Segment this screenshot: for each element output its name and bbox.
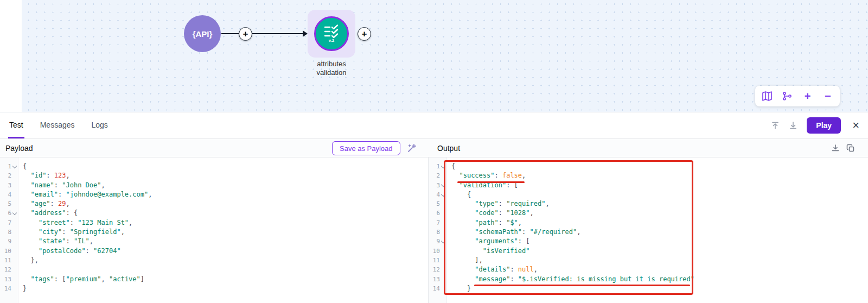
- line-number: 6: [2, 209, 17, 218]
- panel-header: Payload Save as Payload Output: [0, 139, 868, 157]
- node-version-badge: v.2: [329, 38, 335, 43]
- line-number: 13: [431, 275, 445, 284]
- line-number: 2: [2, 171, 17, 180]
- line-number: 9: [2, 237, 17, 246]
- line-number: 1: [2, 162, 17, 171]
- line-number: 9: [431, 237, 445, 246]
- scroll-to-bottom-icon[interactable]: [789, 121, 797, 130]
- line-number: 8: [431, 228, 445, 237]
- fold-arrow-icon[interactable]: [441, 183, 445, 188]
- test-editors: 1234567891011121314 { "id": 123, "name":…: [0, 157, 868, 303]
- code-line: "postalCode": "62704": [23, 247, 428, 256]
- code-line: {: [451, 162, 868, 171]
- line-number: 12: [2, 265, 17, 274]
- code-line: {: [451, 190, 868, 199]
- code-line: "arguments": [: [451, 237, 868, 246]
- payload-editor[interactable]: 1234567891011121314 { "id": 123, "name":…: [0, 157, 429, 303]
- line-number: 14: [2, 284, 17, 293]
- line-number: 3: [2, 181, 17, 190]
- code-line: "validation": [: [451, 181, 868, 190]
- line-number: 4: [431, 190, 445, 199]
- line-number: 7: [2, 218, 17, 228]
- copy-icon[interactable]: [846, 144, 855, 154]
- validation-node[interactable]: v.2: [308, 10, 355, 58]
- tab-logs[interactable]: Logs: [91, 112, 109, 138]
- code-line: "street": "123 Main St",: [23, 218, 428, 228]
- line-number-gutter: 1234567891011121314: [0, 157, 18, 303]
- magic-wand-icon[interactable]: [407, 143, 417, 155]
- code-line: "tags": ["premium", "active"]: [23, 275, 428, 284]
- code-line: "path": "$",: [451, 218, 868, 228]
- line-number: 12: [431, 265, 445, 274]
- line-number: 4: [2, 190, 17, 199]
- validation-node-circle: v.2: [314, 16, 349, 51]
- api-node[interactable]: {API}: [184, 15, 221, 52]
- canvas-left-margin: [0, 0, 22, 112]
- code-line: "state": "IL",: [23, 237, 428, 246]
- payload-title: Payload: [5, 144, 33, 153]
- fold-arrow-icon[interactable]: [441, 239, 445, 244]
- code-line: "id": 123,: [23, 171, 428, 180]
- connector-arrow: [220, 28, 309, 39]
- code-line: "type": "required",: [451, 199, 868, 209]
- line-number: 6: [431, 209, 445, 218]
- code-line: "success": false,: [451, 171, 868, 180]
- code-line: "schemaPath": "#/required",: [451, 228, 868, 237]
- code-line: "email": "johndoe@example.com",: [23, 190, 428, 199]
- checklist-icon: [324, 24, 339, 39]
- line-number: 8: [2, 228, 17, 237]
- code-line: "city": "Springfield",: [23, 228, 428, 237]
- play-button[interactable]: Play: [807, 117, 841, 134]
- line-number: 13: [2, 275, 17, 284]
- save-as-payload-button[interactable]: Save as Payload: [332, 141, 400, 155]
- line-number: 1: [431, 162, 445, 171]
- fold-arrow-icon[interactable]: [12, 164, 17, 169]
- output-editor[interactable]: 1234567891011121314 { "success": false, …: [429, 157, 868, 303]
- code-line: "details": null,: [451, 265, 868, 274]
- code-line: },: [23, 256, 428, 265]
- fold-arrow-icon[interactable]: [441, 164, 445, 169]
- payload-code[interactable]: { "id": 123, "name": "John Doe", "email"…: [18, 157, 428, 303]
- line-number: 11: [431, 256, 445, 265]
- code-line: {: [23, 162, 428, 171]
- test-panel-tabs: Test Messages Logs Play ×: [0, 112, 868, 139]
- map-icon[interactable]: [759, 88, 775, 104]
- flow-canvas[interactable]: {API} + v.2 + attributes validation: [0, 0, 868, 112]
- output-code[interactable]: { "success": false, "validation": [ { "t…: [447, 157, 868, 303]
- tabs-actions: Play ×: [771, 112, 859, 138]
- canvas-toolbar: + −: [755, 86, 840, 106]
- line-number: 11: [2, 256, 17, 265]
- code-line: "age": 29,: [23, 199, 428, 209]
- tab-messages[interactable]: Messages: [39, 112, 76, 138]
- code-line: "isVerified": [451, 247, 868, 256]
- line-number: 10: [2, 247, 17, 256]
- zoom-in-icon[interactable]: +: [800, 88, 816, 104]
- add-node-button[interactable]: +: [358, 27, 371, 41]
- line-number: 7: [431, 218, 445, 228]
- code-line: }: [451, 284, 868, 293]
- line-number-gutter: 1234567891011121314: [429, 157, 447, 303]
- line-number: 5: [431, 199, 445, 209]
- code-line: [23, 265, 428, 274]
- validation-node-label: attributes validation: [302, 60, 361, 78]
- code-line: "name": "John Doe",: [23, 181, 428, 190]
- zoom-out-icon[interactable]: −: [820, 88, 836, 104]
- api-node-label: {API}: [193, 29, 213, 39]
- fold-arrow-icon[interactable]: [12, 211, 17, 216]
- code-line: "address": {: [23, 209, 428, 218]
- scroll-to-top-icon[interactable]: [771, 121, 780, 130]
- line-number: 2: [431, 171, 445, 180]
- add-node-button[interactable]: +: [239, 27, 252, 41]
- fold-arrow-icon[interactable]: [441, 192, 445, 197]
- download-icon[interactable]: [831, 144, 840, 154]
- app-window: {API} + v.2 + attributes validation: [0, 0, 868, 303]
- close-icon[interactable]: ×: [852, 119, 859, 131]
- code-line: ],: [451, 256, 868, 265]
- line-number: 5: [2, 199, 17, 209]
- line-number: 14: [431, 284, 445, 293]
- tab-test[interactable]: Test: [8, 112, 24, 138]
- line-number: 10: [431, 247, 445, 256]
- branch-icon[interactable]: [779, 88, 795, 104]
- output-title: Output: [437, 144, 460, 153]
- line-number: 3: [431, 181, 445, 190]
